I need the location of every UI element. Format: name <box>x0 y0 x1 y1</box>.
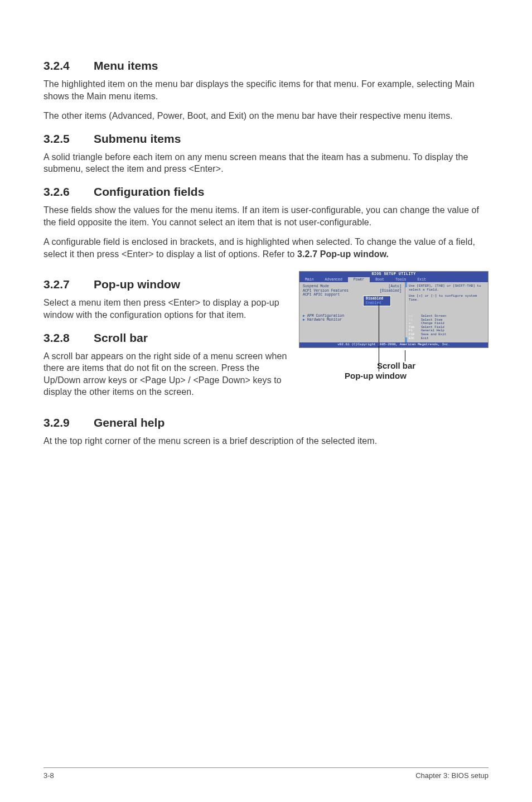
bios-help-keys: ←→Select Screen ↑↓Select Item +-Change F… <box>409 315 485 341</box>
para-326-2a: A configurable field is enclosed in brac… <box>43 237 475 259</box>
bios-scrollbar <box>405 282 407 342</box>
bios-help-pane: Use [ENTER], [TAB] or [SHIFT-TAB] to sel… <box>405 282 488 342</box>
para-324-2: The other items (Advanced, Power, Boot, … <box>43 110 489 122</box>
bios-r2l: ACPI Version Features <box>303 289 349 293</box>
bios-sub1: ▶ APM Configuration <box>303 314 402 318</box>
bios-r2v: [Disabled] <box>380 289 402 293</box>
triangle-icon: ▶ <box>303 318 307 322</box>
heading-329: 3.2.9General help <box>43 416 489 429</box>
bios-r1v: [Auto] <box>389 284 402 288</box>
bios-help-1: Use [ENTER], [TAB] or [SHIFT-TAB] to sel… <box>409 284 485 292</box>
para-327-1: Select a menu item then press <Enter> to… <box>43 297 289 321</box>
callout-scrollbar: Scroll bar <box>377 361 415 370</box>
bios-menu-exit: Exit <box>412 277 432 282</box>
para-324-1: The highlighted item on the menu bar dis… <box>43 78 489 102</box>
footer-chapter: Chapter 3: BIOS setup <box>415 771 489 780</box>
heading-title: Menu items <box>94 59 158 72</box>
bios-menu-advanced: Advanced <box>320 277 348 282</box>
bios-popup-enabled: Enabled <box>366 301 388 305</box>
bios-figure: BIOS SETUP UTILITY Main Advanced Power B… <box>299 271 489 348</box>
bios-screenshot: BIOS SETUP UTILITY Main Advanced Power B… <box>299 271 489 348</box>
heading-num: 3.2.9 <box>43 416 94 429</box>
heading-325: 3.2.5Submenu items <box>43 132 489 146</box>
heading-327: 3.2.7Pop-up window <box>43 278 289 291</box>
page-footer: 3-8 Chapter 3: BIOS setup <box>43 767 489 780</box>
bios-menu-tools: Tools <box>390 277 412 282</box>
heading-num: 3.2.4 <box>43 59 94 73</box>
bios-popup-window: Disabled Enabled <box>363 296 391 306</box>
callout-line-popup <box>379 303 379 371</box>
bios-r1l: Suspend Mode <box>303 284 329 288</box>
heading-num: 3.2.5 <box>43 132 94 146</box>
callout-line-scrollbar <box>405 350 405 361</box>
heading-num: 3.2.8 <box>43 331 94 345</box>
bios-r3l: ACPI APIC support <box>303 293 340 297</box>
bios-popup-disabled: Disabled <box>366 297 388 301</box>
heading-num: 3.2.6 <box>43 185 94 199</box>
para-325-1: A solid triangle before each item on any… <box>43 151 489 175</box>
heading-title: Scroll bar <box>94 331 148 344</box>
bios-menu-bar: Main Advanced Power Boot Tools Exit <box>299 277 488 282</box>
heading-num: 3.2.7 <box>43 278 94 291</box>
bios-help-2: Use [+] or [-] to configure system Time. <box>409 294 485 302</box>
heading-title: Pop-up window <box>94 278 180 291</box>
bios-menu-power: Power <box>348 277 370 282</box>
callout-popup: Pop-up window <box>345 371 407 380</box>
para-326-2b: 3.2.7 Pop-up window. <box>297 249 389 259</box>
para-329-1: At the top right corner of the menu scre… <box>43 435 489 447</box>
triangle-icon: ▶ <box>303 314 307 318</box>
heading-324: 3.2.4Menu items <box>43 59 489 73</box>
bios-title: BIOS SETUP UTILITY <box>299 272 488 277</box>
bios-left-pane: Suspend Mode[Auto] ACPI Version Features… <box>299 282 405 342</box>
heading-title: General help <box>94 416 165 429</box>
heading-title: Submenu items <box>94 132 181 145</box>
para-328-1: A scroll bar appears on the right side o… <box>43 350 289 398</box>
para-326-1: These fields show the values for the men… <box>43 204 489 228</box>
bios-body: Suspend Mode[Auto] ACPI Version Features… <box>299 282 488 342</box>
bios-menu-main: Main <box>299 277 320 282</box>
bios-menu-boot: Boot <box>370 277 390 282</box>
heading-326: 3.2.6Configuration fields <box>43 185 489 199</box>
footer-page-num: 3-8 <box>43 771 54 780</box>
bios-sub2: ▶ Hardware Monitor <box>303 318 402 322</box>
bios-footer: v02.61 (C)Copyright 1985-2008, American … <box>299 342 488 347</box>
heading-328: 3.2.8Scroll bar <box>43 331 289 345</box>
heading-title: Configuration fields <box>94 185 204 198</box>
para-326-2: A configurable field is enclosed in brac… <box>43 236 489 260</box>
